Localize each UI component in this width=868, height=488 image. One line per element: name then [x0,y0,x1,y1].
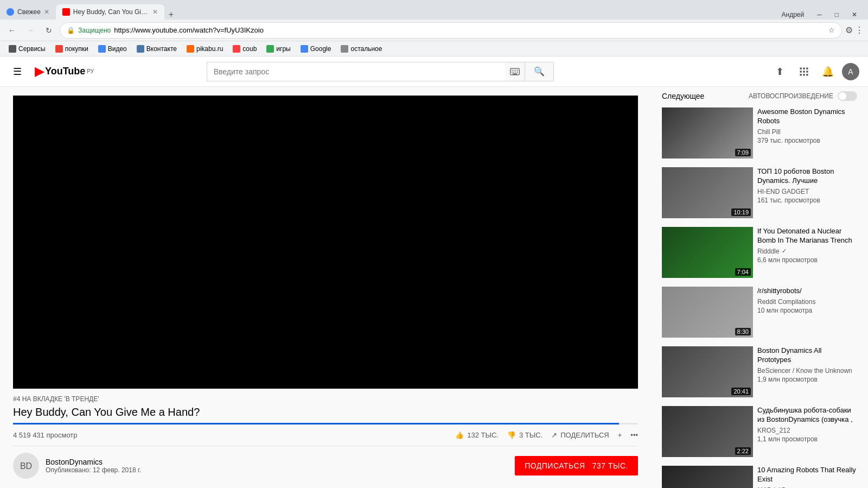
bookmark-google[interactable]: Google [296,44,336,54]
bookmark-other-label: остальное [350,45,382,53]
youtube-main: #4 НА ВКЛАДКЕ 'В ТРЕНДЕ' Hey Buddy, Can … [0,87,868,488]
subscribe-button[interactable]: ПОДПИСАТЬСЯ 737 ТЫС. [515,456,638,476]
extensions-button[interactable]: ⚙ [845,25,853,35]
share-label: ПОДЕЛИТЬСЯ [560,431,609,439]
like-bar-fill [13,423,619,424]
window-user: Андрей [775,10,811,20]
minimize-button[interactable]: ─ [810,10,828,20]
rec-views-6: 1,1 млн просмотров [757,435,857,443]
recommendation-item-2[interactable]: 10:19 ТОП 10 роботов Boston Dynamics. Лу… [660,165,859,220]
rec-thumbnail-1: 7:09 [662,107,753,159]
back-button[interactable]: ← [4,23,20,38]
new-tab-button[interactable]: + [164,10,178,20]
search-button[interactable]: 🔍 [525,62,554,81]
recommendation-item-3[interactable]: 7:04 If You Detonated a Nuclear Bomb In … [660,225,859,280]
notifications-button[interactable]: 🔔 [818,62,838,81]
rec-thumbnail-2: 10:19 [662,167,753,218]
bookmark-vk[interactable]: Вконтакте [132,44,181,54]
recommendation-item-6[interactable]: 2:22 Судьбинушка робота-собаки из Boston… [660,404,859,459]
bookmark-video[interactable]: Видео [94,44,131,54]
keyboard-icon-button[interactable] [505,62,525,81]
rec-duration-6: 2:22 [735,447,751,455]
tab2-close[interactable]: ✕ [152,8,158,16]
video-meta: 4 519 431 просмотр 👍 132 ТЫС. 👎 3 ТЫС. ↗… [13,429,638,441]
share-button[interactable]: ↗ ПОДЕЛИТЬСЯ [551,429,609,441]
sidebar-header: Следующее АВТОВОСПРОИЗВЕДЕНИЕ [660,91,859,101]
youtube-logo[interactable]: ▶ YouTube РУ [35,65,94,79]
svg-rect-10 [800,67,801,69]
rec-thumbnail-7: 10:07 [662,466,753,488]
svg-rect-13 [800,71,801,72]
search-input[interactable] [207,62,505,81]
bookmark-pikabu[interactable]: pikabu.ru [182,44,227,54]
other-icon [341,45,348,53]
browser-menu-button[interactable]: ⋮ [855,25,864,35]
rec-thumbnail-5: 20:41 [662,346,753,397]
header-actions: ⬆ 🔔 А [770,62,859,81]
bookmark-games[interactable]: игры [262,44,295,54]
more-button[interactable]: ••• [630,429,638,441]
browser-toolbar: ← → ↻ 🔒 Защищено https://www.youtube.com… [0,20,868,41]
recommendation-item-7[interactable]: 10:07 10 Amazing Robots That Really Exis… [660,464,859,488]
channel-name[interactable]: BostonDynamics [46,458,141,466]
share-icon: ↗ [551,431,557,439]
tab2-favicon [62,8,70,16]
lock-icon: 🔒 [67,27,75,34]
forward-button[interactable]: → [23,23,38,38]
verified-icon: ✓ [782,248,787,255]
bookmark-video-label: Видео [108,45,127,53]
video-player[interactable] [13,96,638,389]
recommendation-item-5[interactable]: 20:41 Boston Dynamics All Prototypes BeS… [660,344,859,400]
rec-thumbnail-3: 7:04 [662,227,753,278]
close-button[interactable]: ✕ [845,10,864,20]
svg-rect-1 [512,69,513,71]
google-icon [301,45,308,53]
rec-views-5: 1,9 млн просмотров [757,376,857,383]
svg-rect-12 [806,67,808,69]
rec-info-2: ТОП 10 роботов Boston Dynamics. Лучшие H… [757,167,857,218]
rec-views-3: 6,6 млн просмотров [757,256,857,264]
vk-icon [137,45,144,53]
rec-views-4: 10 млн просмотра [757,307,857,314]
browser-tab-2[interactable]: Hey Buddy, Can You Give... ✕ [56,4,164,20]
address-bar[interactable]: 🔒 Защищено https://www.youtube.com/watch… [60,22,842,39]
youtube-header: ☰ ▶ YouTube РУ 🔍 ⬆ 🔔 А [0,56,868,87]
rec-duration-2: 10:19 [731,208,751,216]
tab1-close[interactable]: ✕ [44,8,49,16]
rec-channel-4: Reddit Compilations [757,298,857,306]
bookmark-pikabu-label: pikabu.ru [196,45,223,53]
bookmark-shopping[interactable]: покупки [51,44,93,54]
maximize-button[interactable]: □ [828,10,845,20]
browser-tab-bar: Свежее ✕ Hey Buddy, Can You Give... ✕ + … [0,0,868,20]
add-to-playlist-button[interactable]: + [618,429,622,441]
hamburger-menu-icon[interactable]: ☰ [9,61,26,82]
bookmark-vk-label: Вконтакте [146,45,177,53]
bookmark-other[interactable]: остальное [336,44,386,54]
apps-button[interactable] [794,62,814,81]
recommendation-item-4[interactable]: 8:30 /r/shittyrobots/ Reddit Compilation… [660,284,859,340]
rec-info-5: Boston Dynamics All Prototypes BeScience… [757,346,857,397]
star-icon[interactable]: ☆ [828,26,835,34]
rec-title-2: ТОП 10 роботов Boston Dynamics. Лучшие [757,167,857,186]
recommendations-sidebar: Следующее АВТОВОСПРОИЗВЕДЕНИЕ 7:09 Aweso… [651,87,868,488]
browser-tab-1[interactable]: Свежее ✕ [0,4,56,20]
svg-rect-6 [513,72,514,73]
refresh-button[interactable]: ↻ [41,23,56,38]
dislike-button[interactable]: 👎 3 ТЫС. [507,429,542,441]
rec-duration-1: 7:09 [735,149,751,156]
url-text: https://www.youtube.com/watch?v=fUyU3IKz… [114,26,825,34]
like-button[interactable]: 👍 132 ТЫС. [455,429,499,441]
video-icon [98,45,106,53]
search-form: 🔍 [207,62,554,81]
bookmark-services[interactable]: Сервисы [4,44,50,54]
user-avatar[interactable]: А [842,63,859,80]
subscribe-label: ПОДПИСАТЬСЯ [525,461,585,470]
rec-channel-1: Chill Pill [757,128,857,136]
channel-avatar[interactable]: BD [13,453,39,479]
autoplay-toggle[interactable] [838,91,857,101]
bookmark-coub[interactable]: coub [228,44,261,54]
rec-views-1: 379 тыс. просмотров [757,137,857,144]
upload-button[interactable]: ⬆ [770,62,790,81]
recommendation-item-1[interactable]: 7:09 Awesome Boston Dynamics Robots Chil… [660,105,859,161]
pikabu-icon [187,45,194,53]
